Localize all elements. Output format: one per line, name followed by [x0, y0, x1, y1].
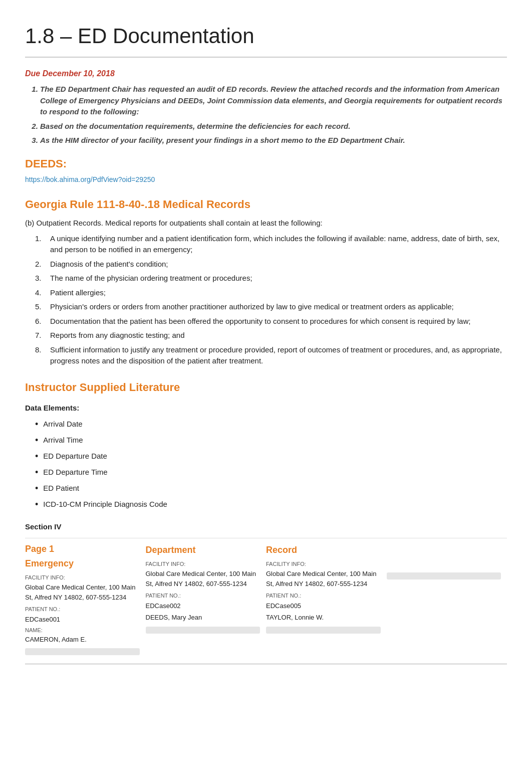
record-col-2-facility-value: Global Care Medical Center, 100 Main St,…: [146, 569, 260, 589]
georgia-title: Georgia Rule 111-8-40-.18 Medical Record…: [25, 196, 507, 213]
georgia-list: 1. A unique identifying number and a pat…: [35, 233, 507, 367]
record-col-2-patient-value: EDCase002: [146, 601, 260, 611]
records-grid: Page 1 Emergency FACILITY INFO: Global C…: [25, 538, 507, 665]
section-iv-label: Section IV: [25, 521, 507, 533]
deeds-section: DEEDS: https://bok.ahima.org/PdfView?oid…: [25, 155, 507, 185]
record-col-1-facility-value: Global Care Medical Center, 100 Main St,…: [25, 582, 140, 602]
record-col-3-header: Record: [266, 543, 381, 557]
record-col-1-title: Page 1: [25, 542, 140, 556]
georgia-item-7: 7. Reports from any diagnostic testing; …: [35, 330, 507, 341]
georgia-item-4: 4. Patient allergies;: [35, 287, 507, 299]
record-col-1-header: Emergency: [25, 557, 140, 570]
data-element-2: Arrival Time: [35, 434, 507, 447]
record-col-2-name-value: DEEDS, Mary Jean: [146, 613, 260, 623]
due-date: Due December 10, 2018: [25, 68, 507, 80]
record-col-3-facility-value: Global Care Medical Center, 100 Main St,…: [266, 569, 381, 589]
data-element-4: ED Departure Time: [35, 466, 507, 479]
data-elements-label: Data Elements:: [25, 403, 507, 414]
georgia-item-1: 1. A unique identifying number and a pat…: [35, 233, 507, 256]
data-element-5: ED Patient: [35, 482, 507, 495]
record-col-2: Department FACILITY INFO: Global Care Me…: [146, 538, 267, 665]
georgia-intro: (b) Outpatient Records. Medical reports …: [25, 218, 507, 229]
record-col-1-facility-label: FACILITY INFO:: [25, 573, 140, 582]
record-col-4: [387, 538, 507, 665]
instruction-item-3: As the HIM director of your facility, pr…: [40, 135, 507, 146]
record-col-4-blur: [387, 572, 501, 579]
record-col-1-name-label: NAME:: [25, 626, 140, 635]
deeds-title: DEEDS:: [25, 155, 507, 172]
record-col-3-facility-label: FACILITY INFO:: [266, 560, 381, 568]
instructions-section: The ED Department Chair has requested an…: [25, 84, 507, 146]
record-col-3: Record FACILITY INFO: Global Care Medica…: [266, 538, 387, 665]
georgia-item-8: 8. Sufficient information to justify any…: [35, 344, 507, 367]
record-col-3-name-value: TAYLOR, Lonnie W.: [266, 613, 381, 623]
record-col-1-name-value: CAMERON, Adam E.: [25, 635, 140, 645]
instructor-title: Instructor Supplied Literature: [25, 379, 507, 396]
georgia-item-5: 5. Physician's orders or orders from ano…: [35, 301, 507, 313]
georgia-content: (b) Outpatient Records. Medical reports …: [25, 218, 507, 367]
page-title: 1.8 – ED Documentation: [25, 20, 507, 58]
record-col-1: Page 1 Emergency FACILITY INFO: Global C…: [25, 538, 146, 665]
instruction-item-2: Based on the documentation requirements,…: [40, 121, 507, 132]
georgia-section: Georgia Rule 111-8-40-.18 Medical Record…: [25, 196, 507, 367]
data-element-3: ED Departure Date: [35, 450, 507, 463]
record-col-3-patient-label: PATIENT NO.:: [266, 592, 381, 600]
instruction-item-1: The ED Department Chair has requested an…: [40, 84, 507, 118]
record-col-1-patient-label: PATIENT NO.:: [25, 605, 140, 614]
record-col-1-blur: [25, 648, 140, 655]
record-col-2-header: Department: [146, 543, 260, 557]
record-col-2-facility-label: FACILITY INFO:: [146, 560, 260, 568]
record-col-2-patient-label: PATIENT NO.:: [146, 592, 260, 600]
data-element-1: Arrival Date: [35, 418, 507, 431]
georgia-item-2: 2. Diagnosis of the patient's condition;: [35, 259, 507, 270]
record-col-1-patient-value: EDCase001: [25, 615, 140, 625]
data-element-6: ICD-10-CM Principle Diagnosis Code: [35, 498, 507, 511]
record-col-3-blur: [266, 627, 381, 634]
record-col-2-blur: [146, 627, 260, 634]
georgia-item-3: 3. The name of the physician ordering tr…: [35, 273, 507, 284]
georgia-item-6: 6. Documentation that the patient has be…: [35, 316, 507, 327]
record-col-3-patient-value: EDCase005: [266, 601, 381, 611]
instructor-section: Instructor Supplied Literature Data Elem…: [25, 379, 507, 533]
deeds-link[interactable]: https://bok.ahima.org/PdfView?oid=29250: [25, 175, 155, 183]
data-elements-list: Arrival Date Arrival Time ED Departure D…: [35, 418, 507, 511]
